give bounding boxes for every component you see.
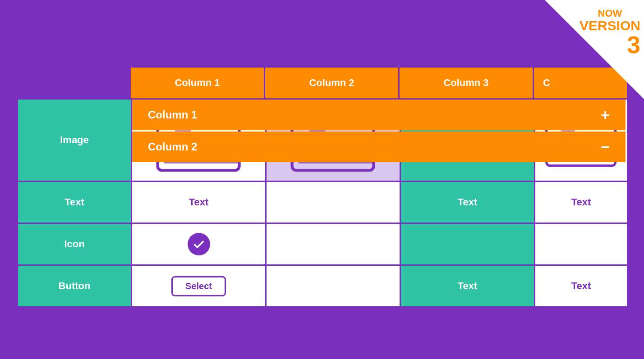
button-text-3: Text <box>458 280 478 292</box>
label-image: Image <box>60 134 89 146</box>
dropdown-item-1[interactable]: Column 1 + <box>132 100 626 130</box>
dropdown-label-2: Column 2 <box>148 141 197 153</box>
badge-now: NOW <box>580 8 640 19</box>
cell-icon-3 <box>401 224 534 264</box>
cell-text-1: Text <box>132 182 265 223</box>
label-text: Text <box>64 196 84 208</box>
dropdown-item-2[interactable]: Column 2 − <box>132 132 626 162</box>
label-icon: Icon <box>64 238 84 250</box>
col-header-3: Column 3 <box>400 68 533 98</box>
col-header-1: Column 1 <box>131 68 264 98</box>
text-cell-4: Text <box>571 196 591 208</box>
label-button: Button <box>59 280 91 292</box>
button-text-4: Text <box>571 280 591 292</box>
dropdown-label-1: Column 1 <box>148 109 197 121</box>
check-circle-icon <box>188 233 210 255</box>
text-cell-1: Text <box>189 196 209 208</box>
dropdown-remove-icon[interactable]: − <box>601 138 610 156</box>
badge-number: 3 <box>580 32 640 57</box>
cell-icon-4 <box>535 224 627 264</box>
cell-button-2 <box>267 266 400 306</box>
cell-button-4: Text <box>535 266 627 306</box>
col-header-2: Column 2 <box>265 68 398 98</box>
cell-icon-2 <box>267 224 400 264</box>
table-container: Column 1 Column 2 Column 3 C Image <box>18 68 627 347</box>
version-badge: NOW VERSION 3 <box>545 0 644 99</box>
row-label-icon: Icon <box>18 224 131 264</box>
select-button[interactable]: Select <box>171 276 226 296</box>
cell-text-2 <box>267 182 400 223</box>
cell-text-4: Text <box>535 182 627 223</box>
text-cell-3: Text <box>458 196 478 208</box>
badge-version: VERSION <box>580 19 640 32</box>
row-label-image: Image <box>18 100 131 181</box>
row-label-text: Text <box>18 182 131 223</box>
row-label-button: Button <box>18 266 131 306</box>
cell-button-3: Text <box>401 266 534 306</box>
cell-text-3: Text <box>401 182 534 223</box>
dropdown-panel[interactable]: Column 1 + Column 2 − <box>132 100 626 162</box>
cell-icon-1 <box>132 224 265 264</box>
dropdown-add-icon[interactable]: + <box>601 106 610 124</box>
cell-button-1: Select <box>132 266 265 306</box>
